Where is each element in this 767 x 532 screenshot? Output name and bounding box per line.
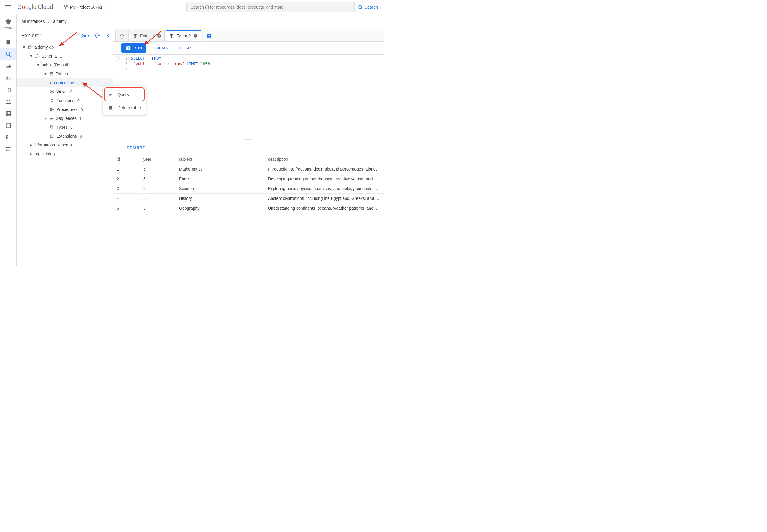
tab-editor1-label: Editor 1 [140, 34, 154, 38]
tree-table-curriculums[interactable]: ▸ curriculums ⋮ [17, 78, 113, 87]
kebab-menu[interactable]: ⋮ [104, 117, 110, 120]
search-input[interactable] [186, 2, 355, 12]
results-panel: RESULTS id year subject description 15Ma… [113, 142, 384, 266]
kebab-menu[interactable]: ⋮ [104, 73, 110, 75]
procedures-icon [49, 107, 55, 112]
col-description[interactable]: description [265, 154, 384, 164]
search-bar: Search [186, 2, 381, 12]
tab-editor2-label: Editor 2 [176, 34, 190, 38]
svg-rect-25 [50, 72, 53, 75]
database-icon [27, 45, 33, 49]
kebab-menu[interactable]: ⋮ [104, 135, 110, 138]
notes-icon [108, 92, 114, 97]
rail-item-query[interactable] [0, 48, 16, 60]
clear-button[interactable]: CLEAR [177, 46, 191, 50]
svg-rect-11 [6, 123, 10, 128]
table-cell: 5 [140, 174, 175, 184]
add-tab-button[interactable] [203, 30, 216, 41]
extension-icon [49, 134, 55, 138]
search-button[interactable]: Search [355, 2, 381, 12]
tree-extensions-node[interactable]: Extensions 0 ⋮ [17, 132, 113, 141]
table-row[interactable]: 45HistoryAncient civilizations, includin… [113, 194, 384, 203]
ctx-delete-table[interactable]: Delete table [103, 101, 146, 114]
breadcrumb-current: aidemy [53, 19, 66, 24]
ctx-query-label: Query [117, 92, 129, 97]
table-cell: Ancient civilizations, including the Egy… [265, 194, 384, 203]
breadcrumb-root[interactable]: All instances [21, 19, 45, 24]
rail-item-overview[interactable] [0, 36, 16, 48]
svg-point-17 [6, 149, 6, 149]
top-header: Google Cloud My Project 58761 Search [0, 0, 384, 14]
ctx-query[interactable]: Query [105, 88, 144, 101]
results-tab[interactable]: RESULTS [122, 142, 150, 154]
tab-editor2[interactable]: Editor 2 [166, 30, 201, 41]
tree-types-node[interactable]: Types 0 ⋮ [17, 123, 113, 132]
kebab-menu[interactable]: ⋮ [104, 126, 110, 129]
svg-point-18 [6, 151, 6, 151]
kebab-menu[interactable]: ⋮ [104, 64, 110, 66]
tab-editor1[interactable]: Editor 1 [130, 30, 165, 41]
svg-rect-2 [6, 40, 10, 45]
resize-handle[interactable] [113, 138, 384, 142]
tree-db-node[interactable]: ▼ aidemy-db [17, 43, 113, 52]
rail-item-analytics[interactable] [0, 72, 16, 84]
chevron-right-icon: › [48, 19, 50, 24]
tree-schema-node[interactable]: ▼ Schema 1 ⋮ [17, 52, 113, 60]
table-cell: English [175, 174, 265, 184]
tree-public-label: public (Default) [42, 63, 69, 67]
tree-procedures-node[interactable]: Procedures 0 ⋮ [17, 105, 113, 114]
kebab-menu[interactable]: ⋮ [104, 55, 110, 58]
rail-item-import[interactable] [0, 84, 16, 96]
rail-item-insights[interactable] [0, 60, 16, 72]
tree-tables-node[interactable]: ▼ Tables 1 ⋮ [17, 69, 113, 78]
table-row[interactable]: 25EnglishDeveloping reading comprehensio… [113, 174, 384, 184]
tag-icon [49, 125, 55, 129]
tree-info-schema-node[interactable]: ▸ information_schema [17, 141, 113, 149]
rail-item-users[interactable] [0, 96, 16, 108]
code-area[interactable]: SELECT * FROM "public"."curriculums" LIM… [129, 56, 384, 138]
tree-functions-node[interactable]: Σ Functions 0 [17, 96, 113, 105]
sql-editor[interactable]: 123 SELECT * FROM "public"."curriculums"… [113, 55, 384, 138]
rail-item-tree[interactable] [0, 131, 16, 143]
schema-icon [34, 54, 40, 58]
refresh-button[interactable] [94, 33, 100, 39]
db-tree: ▼ aidemy-db ▼ Schema 1 ⋮ ▼ public (Defau… [17, 43, 113, 266]
table-cell: 5 [140, 184, 175, 194]
kebab-menu[interactable]: ⋮ [104, 82, 110, 84]
col-id[interactable]: id [113, 154, 140, 164]
rail-item-list[interactable] [0, 143, 16, 155]
tree-views-node[interactable]: Views 0 [17, 87, 113, 96]
svg-point-28 [51, 91, 52, 92]
tree-pg-catalog-node[interactable]: ▸ pg_catalog [17, 149, 113, 158]
close-icon[interactable] [193, 34, 198, 38]
tree-schema-label: Schema [42, 54, 57, 58]
home-icon [119, 33, 125, 39]
tab-home[interactable] [115, 30, 128, 41]
tree-sequences-node[interactable]: ▸ ●●● Sequences 1 ⋮ [17, 114, 113, 123]
magic-pen-icon[interactable] [115, 56, 120, 62]
table-cell: Introduction to fractions, decimals, and… [265, 164, 384, 174]
table-row[interactable]: 15MathematicsIntroduction to fractions, … [113, 164, 384, 174]
add-user-button[interactable]: ▼ [81, 33, 90, 39]
table-cell: 2 [113, 174, 140, 184]
col-year[interactable]: year [140, 154, 175, 164]
table-row[interactable]: 35ScienceExploring basic physics, chemis… [113, 184, 384, 194]
col-subject[interactable]: subject [175, 154, 265, 164]
ctx-delete-label: Delete table [117, 105, 141, 110]
svg-rect-23 [35, 57, 36, 58]
collapse-panel-button[interactable] [104, 33, 110, 39]
format-button[interactable]: FORMAT [153, 46, 170, 50]
svg-rect-22 [36, 54, 38, 55]
rail-item-grid[interactable] [0, 108, 16, 120]
svg-line-4 [9, 55, 11, 57]
run-button[interactable]: RUN [121, 43, 146, 53]
close-icon[interactable] [157, 34, 161, 38]
project-picker[interactable]: My Project 58761 [59, 2, 107, 12]
tree-public-node[interactable]: ▼ public (Default) ⋮ [17, 60, 113, 69]
google-cloud-logo[interactable]: Google Cloud [17, 4, 53, 10]
rail-item-panel[interactable] [0, 120, 16, 131]
run-label: RUN [133, 46, 142, 50]
table-row[interactable]: 55GeographyUnderstanding continents, oce… [113, 203, 384, 213]
results-table: id year subject description 15Mathematic… [113, 154, 384, 213]
nav-menu-button[interactable] [5, 4, 12, 11]
